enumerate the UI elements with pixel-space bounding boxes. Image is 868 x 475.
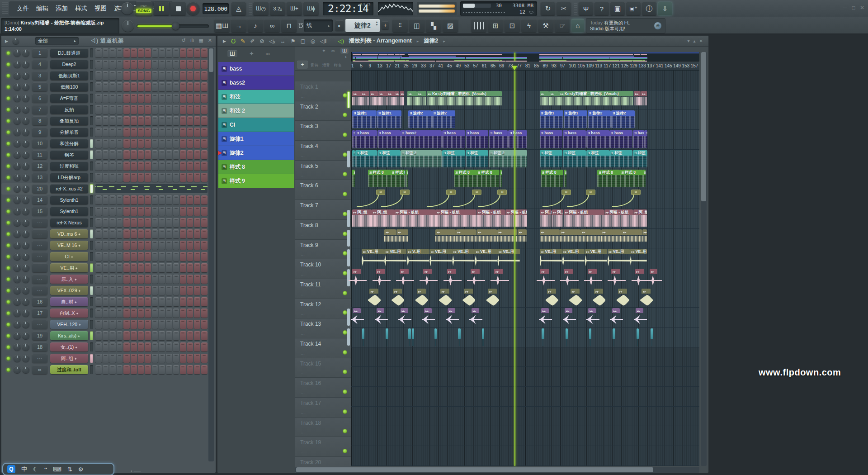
- step-button[interactable]: [166, 275, 172, 284]
- step-button[interactable]: [95, 320, 102, 329]
- pause-button[interactable]: [154, 2, 169, 15]
- step-button[interactable]: [166, 195, 172, 204]
- step-button[interactable]: [117, 162, 123, 171]
- picker-automation-icon[interactable]: ∞: [266, 50, 270, 57]
- playlist-clip[interactable]: 旋律1: [352, 110, 377, 128]
- pattern-split-icon[interactable]: ▨: [443, 19, 458, 32]
- step-button[interactable]: [173, 331, 179, 340]
- playlist-clip[interactable]: bass: [355, 130, 377, 148]
- step-button[interactable]: [145, 331, 151, 340]
- step-button[interactable]: [159, 365, 165, 374]
- step-button[interactable]: [103, 286, 109, 295]
- playlist-clip[interactable]: bass: [586, 130, 609, 148]
- channel-volume-knob[interactable]: [22, 72, 29, 79]
- channel-pan-knob[interactable]: [14, 128, 21, 136]
- picker-pattern[interactable]: Ǝ和弦 2: [218, 104, 294, 118]
- step-button[interactable]: [194, 342, 200, 352]
- step-button[interactable]: [123, 94, 130, 103]
- track-led[interactable]: [343, 310, 347, 315]
- step-button[interactable]: [187, 105, 193, 114]
- track-lane[interactable]: Kirsty刘瑾睿 - 若把你_(Vocals)Kirsty刘瑾睿 - 若把你_…: [351, 90, 699, 110]
- step-button[interactable]: [201, 150, 208, 159]
- playlist-clip[interactable]: [634, 91, 641, 109]
- channel-volume-knob[interactable]: [22, 83, 29, 90]
- step-button[interactable]: [187, 309, 193, 318]
- step-button[interactable]: [159, 354, 165, 363]
- playlist-clip[interactable]: VE..用: [362, 249, 384, 266]
- playlist-clip[interactable]: [540, 269, 549, 286]
- step-button[interactable]: [180, 263, 186, 272]
- playlist-clip[interactable]: [644, 130, 647, 148]
- step-button[interactable]: [194, 218, 200, 227]
- step-button[interactable]: [173, 297, 179, 306]
- tracks-instrument-icon[interactable]: Ш: [340, 48, 349, 54]
- step-button[interactable]: [145, 82, 151, 91]
- channel-volume-knob[interactable]: [22, 106, 29, 113]
- track-lane[interactable]: [351, 71, 699, 90]
- step-button[interactable]: [109, 94, 116, 103]
- track-lane[interactable]: [351, 446, 699, 466]
- track-lane[interactable]: [351, 229, 699, 249]
- pattern-selector[interactable]: 旋律2▲▼: [345, 19, 380, 32]
- channel-volume-knob[interactable]: [22, 151, 29, 158]
- step-button[interactable]: [187, 252, 193, 261]
- step-button[interactable]: [109, 150, 116, 159]
- step-button[interactable]: [138, 128, 144, 137]
- channel-name-button[interactable]: VEH..120✦: [50, 320, 88, 329]
- track-header[interactable]: Track 4⋯: [295, 141, 351, 161]
- channel-name-button[interactable]: reFX..xus #2: [50, 184, 88, 193]
- track-lane[interactable]: 样式 8样式 8样式 8样式 8样式 8样式 8样式 8: [351, 169, 699, 189]
- channel-number[interactable]: 1: [32, 48, 47, 57]
- step-button[interactable]: [95, 263, 102, 272]
- track-lane[interactable]: 和弦和弦和弦 2和弦和弦和弦 2和弦和弦和弦和弦和弦: [351, 150, 699, 170]
- playlist-clip[interactable]: [396, 229, 408, 247]
- playlist-clip[interactable]: [549, 91, 559, 109]
- playlist-clip[interactable]: 阿..组: [352, 209, 372, 227]
- playlist-clip[interactable]: [401, 308, 408, 326]
- step-button[interactable]: [123, 82, 130, 91]
- playlist-clip[interactable]: 和弦: [540, 150, 563, 168]
- playlist-icon[interactable]: ▦Ш: [214, 19, 230, 32]
- step-button[interactable]: [187, 94, 193, 103]
- step-button[interactable]: [173, 218, 179, 227]
- channel-led[interactable]: [6, 368, 10, 372]
- playlist-clip[interactable]: [636, 308, 643, 326]
- step-button[interactable]: [103, 309, 109, 318]
- slip-tool-icon[interactable]: ↔: [280, 38, 286, 44]
- channel-name-button[interactable]: 钢琴: [50, 150, 88, 159]
- channel-led[interactable]: [6, 187, 10, 191]
- step-button[interactable]: [180, 139, 186, 148]
- step-button[interactable]: [173, 162, 179, 171]
- channel-name-button[interactable]: 分解单音: [50, 128, 88, 137]
- playlist-clip[interactable]: VE..用: [452, 249, 474, 266]
- step-button[interactable]: [152, 150, 158, 159]
- step-button[interactable]: [187, 82, 193, 91]
- menu-item[interactable]: 添加: [52, 3, 71, 14]
- picker-pattern[interactable]: ƎCI: [218, 118, 294, 132]
- arrangement-overview[interactable]: [351, 52, 699, 62]
- step-button[interactable]: [117, 365, 123, 374]
- magnet-icon[interactable]: Ω: [298, 22, 303, 29]
- step-button[interactable]: [138, 320, 144, 329]
- step-button[interactable]: [131, 48, 137, 57]
- channel-volume-knob[interactable]: [22, 264, 29, 271]
- step-button[interactable]: [117, 139, 123, 148]
- step-button[interactable]: [159, 241, 165, 250]
- step-button[interactable]: [159, 150, 165, 159]
- channel-led[interactable]: [6, 311, 10, 315]
- peak-meter[interactable]: [417, 2, 457, 15]
- step-button[interactable]: [117, 82, 123, 91]
- playlist-clip[interactable]: [435, 229, 456, 247]
- playlist-clip[interactable]: [378, 91, 387, 109]
- step-button[interactable]: [180, 241, 186, 250]
- typing-keyboard-icon[interactable]: Ш+: [287, 2, 302, 15]
- step-button[interactable]: [152, 207, 158, 216]
- step-button[interactable]: [131, 105, 137, 114]
- track-header[interactable]: Track 11⋯: [295, 279, 351, 299]
- step-button[interactable]: [201, 218, 208, 227]
- channel-volume-knob[interactable]: [22, 208, 29, 215]
- step-button[interactable]: [95, 195, 102, 204]
- zoom-tool-icon[interactable]: ◎: [311, 38, 315, 44]
- playlist-clip[interactable]: [622, 229, 642, 247]
- step-button[interactable]: [109, 128, 116, 137]
